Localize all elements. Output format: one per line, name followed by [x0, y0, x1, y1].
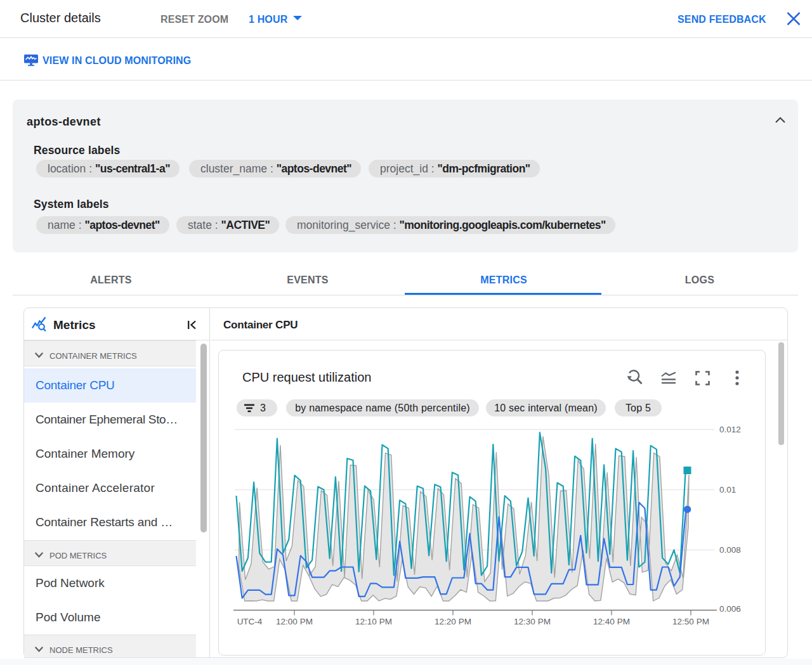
svg-text:0.01: 0.01	[719, 485, 736, 494]
svg-text:12:20 PM: 12:20 PM	[435, 617, 471, 626]
svg-text:12:30 PM: 12:30 PM	[514, 617, 551, 626]
svg-text:12:00 PM: 12:00 PM	[276, 617, 313, 626]
svg-text:0.012: 0.012	[719, 425, 741, 434]
svg-text:12:40 PM: 12:40 PM	[593, 617, 630, 626]
svg-text:12:50 PM: 12:50 PM	[672, 617, 709, 626]
svg-text:12:10 PM: 12:10 PM	[355, 617, 392, 626]
svg-text:0.008: 0.008	[719, 545, 741, 555]
svg-text:0.006: 0.006	[719, 604, 741, 614]
svg-text:UTC-4: UTC-4	[237, 617, 263, 626]
